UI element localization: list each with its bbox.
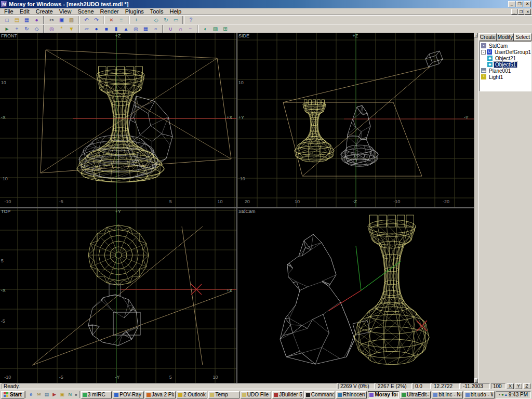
viewport-side[interactable]: SIDE+Z+Y-Y-Z10-102010-10-20 — [237, 33, 474, 207]
new-file-button[interactable]: □ — [2, 16, 12, 24]
scene-tree[interactable]: ▪StdCam-UUserDefGroup1◆Object21◆Object51… — [479, 42, 531, 91]
axis-z-button[interactable]: Z — [523, 383, 530, 389]
tree-item-plane001[interactable]: Plane001 — [488, 68, 512, 74]
tree-item-object51[interactable]: Object51 — [494, 62, 517, 68]
tray-app1-icon[interactable]: ▪ — [499, 392, 500, 397]
menu-edit[interactable]: Edit — [17, 8, 33, 15]
undo-button[interactable]: ↶ — [82, 16, 91, 24]
taskbar-button-9[interactable]: Moray for ... — [368, 391, 398, 398]
ql-outlook-icon[interactable]: ✉ — [35, 391, 43, 398]
ql-media-player-icon[interactable]: ▶ — [51, 391, 58, 398]
move-tool-button[interactable]: + — [12, 25, 22, 33]
mdi-minimize-button[interactable]: _ — [511, 9, 517, 15]
paste-button[interactable]: ▥ — [66, 16, 76, 24]
cylinder-button[interactable]: ▮ — [111, 25, 121, 33]
tree-item-light1[interactable]: Light1 — [488, 74, 504, 80]
menu-scene[interactable]: Scene — [74, 8, 97, 15]
texture-button[interactable]: ▨ — [210, 25, 220, 33]
tray-app2-icon[interactable]: ● — [501, 392, 504, 397]
axis-y-button[interactable]: Y — [515, 383, 522, 389]
tray-volume-icon[interactable]: ▴ — [505, 392, 507, 397]
ql-explorer-icon[interactable]: ▣ — [59, 391, 66, 398]
save-file-button[interactable]: ▦ — [22, 16, 32, 24]
quick-launch-chevron[interactable]: » — [74, 392, 78, 397]
rotate-view-button[interactable]: ↻ — [161, 16, 171, 24]
spot-light-button[interactable]: ▼ — [66, 25, 76, 33]
plane-button[interactable]: ▱ — [82, 25, 91, 33]
taskbar-button-5[interactable]: UDO File Fo... — [241, 391, 271, 398]
menu-render[interactable]: Render — [97, 8, 122, 15]
zoom-out-button[interactable]: − — [141, 16, 151, 24]
cone-button[interactable]: ▲ — [121, 25, 131, 33]
panel-scrollbar[interactable]: ▲ ▼ — [474, 33, 478, 383]
minimize-button[interactable]: _ — [508, 1, 515, 7]
taskbar-button-2[interactable]: Java 2 Platf... — [145, 391, 176, 398]
open-file-button[interactable]: ▤ — [12, 16, 22, 24]
menu-create[interactable]: Create — [33, 8, 56, 15]
taskbar-button-3[interactable]: 2 Outlook ... — [177, 391, 207, 398]
properties-button[interactable]: ≡ — [116, 16, 126, 24]
tab-modify[interactable]: Modify — [497, 33, 514, 41]
group-button[interactable]: ⊞ — [220, 25, 230, 33]
point-light-button[interactable]: * — [57, 25, 66, 33]
tab-create[interactable]: Create — [479, 33, 497, 41]
tree-item-stdcam[interactable]: StdCam — [488, 43, 509, 49]
fit-view-button[interactable]: ▭ — [171, 16, 181, 24]
scroll-down-icon[interactable]: ▼ — [474, 378, 478, 383]
axis-x-button[interactable]: X — [507, 383, 514, 389]
tree-item-object21[interactable]: Object21 — [494, 56, 517, 61]
taskbar-button-7[interactable]: Command P... — [304, 391, 335, 398]
csg-intersection-button[interactable]: ∩ — [176, 25, 185, 33]
menu-file[interactable]: File — [1, 8, 17, 15]
mesh-button[interactable]: ▦ — [141, 25, 151, 33]
taskbar-button-0[interactable]: 3 mIRC — [81, 391, 112, 398]
viewport-stdcam[interactable]: StdCam — [237, 208, 474, 383]
zoom-in-button[interactable]: + — [131, 16, 141, 24]
rotate-tool-button[interactable]: ↻ — [22, 25, 32, 33]
copy-button[interactable]: ▣ — [57, 16, 66, 24]
taskbar-button-6[interactable]: JBuilder 5 - ... — [272, 391, 303, 398]
cut-button[interactable]: ✂ — [47, 16, 57, 24]
taskbar-button-1[interactable]: POV-Ray fo... — [113, 391, 143, 398]
csg-union-button[interactable]: ∪ — [166, 25, 176, 33]
redo-button[interactable]: ↷ — [91, 16, 101, 24]
ql-internet-explorer-icon[interactable]: e — [28, 391, 35, 398]
tree-expander[interactable]: - — [481, 50, 486, 55]
menu-tools[interactable]: Tools — [147, 8, 167, 15]
sphere-button[interactable]: ● — [91, 25, 101, 33]
mdi-restore-button[interactable]: ❐ — [518, 9, 524, 15]
render-button[interactable]: ● — [32, 16, 42, 24]
tab-select[interactable]: Select — [514, 33, 531, 41]
help-button[interactable]: ? — [186, 16, 196, 24]
tree-item-userdefgroup1[interactable]: UserDefGroup1 — [494, 49, 531, 55]
scale-tool-button[interactable]: ◇ — [32, 25, 42, 33]
close-button[interactable]: ✕ — [524, 1, 531, 7]
taskbar-button-10[interactable]: UltraEdit-32 — [400, 391, 431, 398]
title-bar[interactable]: M Moray for Windows - [mesh2UDO test.mdl… — [0, 0, 532, 8]
csg-difference-button[interactable]: − — [185, 25, 195, 33]
viewport-front[interactable]: FRONT+Z-X+X10-10-10-5510 — [0, 33, 236, 207]
blob-button[interactable]: ○ — [151, 25, 161, 33]
box-button[interactable]: ■ — [101, 25, 111, 33]
taskbar-button-11[interactable]: bit.inc - Not... — [432, 391, 462, 398]
material-button[interactable]: ◐ — [201, 25, 210, 33]
taskbar-button-4[interactable]: Temp — [208, 391, 239, 398]
viewport-top[interactable]: TOP+Y-X+X-Y5-5-10-5510 — [0, 208, 236, 383]
pan-button[interactable]: ◇ — [151, 16, 161, 24]
taskbar-button-8[interactable]: Rhinoceros ... — [336, 391, 367, 398]
ql-netscape-icon[interactable]: N — [66, 391, 74, 398]
menu-help[interactable]: Help — [166, 8, 184, 15]
scroll-up-icon[interactable]: ▲ — [474, 33, 478, 37]
tray-clock[interactable]: 9:43 PM — [509, 392, 528, 397]
camera-button[interactable]: ◎ — [47, 25, 57, 33]
torus-button[interactable]: ◎ — [131, 25, 141, 33]
select-tool-button[interactable]: ► — [2, 25, 12, 33]
ql-show-desktop-icon[interactable]: ▤ — [43, 391, 50, 398]
start-button[interactable]: Start — [1, 391, 24, 398]
taskbar-button-12[interactable]: bit.udo - W... — [464, 391, 495, 398]
delete-button[interactable]: ✕ — [107, 16, 116, 24]
menu-plugins[interactable]: Plugins — [122, 8, 147, 15]
menu-view[interactable]: View — [56, 8, 75, 15]
restore-button[interactable]: ❐ — [516, 1, 523, 7]
mdi-close-button[interactable]: ✕ — [525, 9, 531, 15]
